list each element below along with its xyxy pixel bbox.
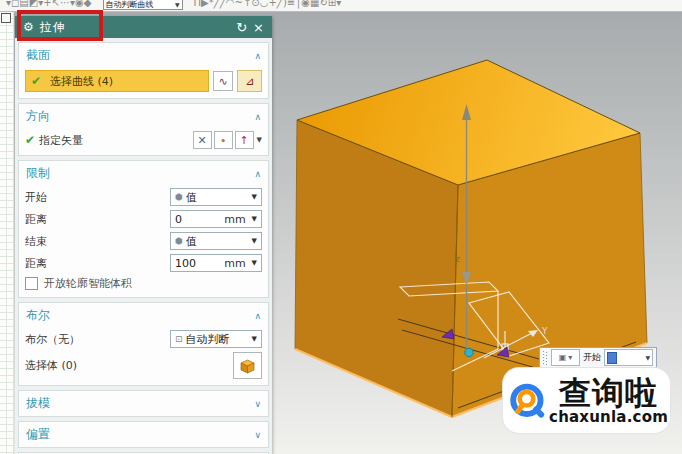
shade-icon[interactable]: ◩ xyxy=(29,0,38,8)
chevron-down-icon: ▼ xyxy=(252,335,257,343)
vector-icon: ↑ xyxy=(240,134,249,147)
reverse-direction-button[interactable]: ✕ xyxy=(193,131,212,149)
finish-icon[interactable]: ▶ xyxy=(201,0,209,8)
origin-sphere-handle[interactable] xyxy=(465,348,474,357)
vector-dialog-button[interactable]: ↑ xyxy=(235,131,254,149)
gear-icon: ⚙ xyxy=(23,20,34,34)
start-option-combo[interactable]: ⬢ 值 ▼ xyxy=(170,188,262,206)
chevron-up-icon[interactable]: ∧ xyxy=(254,51,261,61)
pan-icon[interactable]: + xyxy=(43,0,51,8)
boolean-option-value: 自动判断 xyxy=(186,332,230,347)
open-profile-checkbox[interactable] xyxy=(25,277,38,290)
cube-icon: ⬢ xyxy=(175,236,183,246)
watermark-title: 查询啦 xyxy=(559,377,658,409)
zoom-icon[interactable]: ◉ xyxy=(301,0,310,8)
top-toolbar: ▾◻▤◩▾+↖⋯▾◉◆ 自动判断曲线 ▼ Π▶*╱╱◠~↑⊙◡+╱)≡│◉▦↻⊞… xyxy=(0,0,682,12)
logo-q-tail xyxy=(536,409,541,414)
check-icon: ✔ xyxy=(25,133,35,147)
end-option-value: 值 xyxy=(186,234,197,249)
end-distance-combo[interactable]: 100 mm ▼ xyxy=(170,254,262,272)
chevron-down-icon: ▼ xyxy=(175,0,180,9)
arc-icon[interactable]: ◠ xyxy=(226,0,235,8)
reset-button[interactable]: ↻ xyxy=(236,21,247,34)
dialog-title: 拉伸 xyxy=(40,19,66,36)
curve-type-combo[interactable]: 自动判断曲线 ▼ xyxy=(103,0,183,10)
refresh-icon[interactable]: ↻ xyxy=(319,0,327,8)
grid-icon[interactable]: ⊞ xyxy=(328,0,336,8)
options-button[interactable]: ▣ ▾ xyxy=(551,349,580,366)
offset-group: 偏置 ∨ xyxy=(18,421,269,448)
boolean-option-combo[interactable]: ⊡ 自动判断 ▼ xyxy=(170,330,262,348)
chevron-up-icon[interactable]: ∧ xyxy=(254,112,261,122)
watermark-domain: chaxunla.com xyxy=(549,409,668,425)
trim-icon[interactable]: ≡ xyxy=(287,0,295,8)
boolean-label: 布尔（无） xyxy=(25,332,170,347)
chaxunla-logo xyxy=(508,371,547,431)
draft-group: 拔模 ∨ xyxy=(18,390,269,417)
cube-icon[interactable]: ◆ xyxy=(84,0,92,8)
chevron-up-icon[interactable]: ∧ xyxy=(254,169,261,179)
inferred-icon: ⊡ xyxy=(175,334,183,344)
plus-icon[interactable]: + xyxy=(268,0,276,8)
boolean-group-header[interactable]: 布尔 ∧ xyxy=(25,305,262,326)
chevron-up-icon[interactable]: ∧ xyxy=(254,311,261,321)
sphere-icon[interactable]: ◉ xyxy=(75,0,84,8)
cube-icon: ⬢ xyxy=(175,192,183,202)
section-group: 截面 ∧ ✔ 选择曲线 (4) ∿ ⊿ xyxy=(18,42,269,99)
draft-group-header[interactable]: 拔模 ∨ xyxy=(25,393,262,414)
close-button[interactable]: × xyxy=(253,21,264,34)
dialog-body: 截面 ∧ ✔ 选择曲线 (4) ∿ ⊿ 方向 ∧ xyxy=(15,38,272,454)
sketch-section-button[interactable]: ⊿ xyxy=(237,70,262,92)
curve-rule-button[interactable]: ∿ xyxy=(213,71,233,91)
profile-icon[interactable]: Π xyxy=(194,0,202,8)
orange-cube-icon xyxy=(238,357,257,375)
select-curve-label: 选择曲线 (4) xyxy=(50,74,113,89)
dropdown-arrow-icon[interactable]: ▾ xyxy=(336,0,341,8)
dialog-titlebar[interactable]: ⚙ 拉伸 ↻ × xyxy=(15,16,272,38)
z-axis-label: Z xyxy=(455,256,460,264)
image-icon[interactable]: ▦ xyxy=(310,0,319,8)
specify-vector-label: 指定矢量 xyxy=(39,133,193,148)
section-group-header[interactable]: 截面 ∧ xyxy=(25,45,262,66)
value-mode-icon xyxy=(607,352,617,364)
curve-type-combo-value: 自动判断曲线 xyxy=(106,0,154,9)
offset-group-header[interactable]: 偏置 ∨ xyxy=(25,424,262,445)
onscreen-input-toolbar[interactable]: ▣ ▾ 开始 ▼ xyxy=(539,347,657,368)
select-body-button[interactable] xyxy=(233,352,262,379)
start-distance-combo[interactable]: 0 mm ▼ xyxy=(170,210,262,228)
curve-rule-icon: ∿ xyxy=(218,75,227,88)
chevron-down-icon[interactable]: ∨ xyxy=(254,430,261,440)
limits-group: 限制 ∧ 开始 ⬢ 值 ▼ 距离 0 mm ▼ 结束 xyxy=(18,160,269,298)
part-navigator-icon[interactable] xyxy=(1,13,11,23)
orient-icon[interactable]: ↖ xyxy=(52,0,60,8)
direction-group-header[interactable]: 方向 ∧ xyxy=(25,106,262,127)
chevron-down-icon: ▼ xyxy=(645,354,650,361)
circle-icon[interactable]: ⊙ xyxy=(251,0,259,8)
pattern-icon[interactable]: ▤ xyxy=(19,0,28,8)
open-profile-label: 开放轮廓智能体积 xyxy=(44,276,132,291)
select-curve-field[interactable]: ✔ 选择曲线 (4) xyxy=(25,70,209,92)
start-option-value: 值 xyxy=(186,190,197,205)
options-icon: ▣ xyxy=(559,353,567,362)
limits-group-header[interactable]: 限制 ∧ xyxy=(25,163,262,184)
watermark: 查询啦 chaxunla.com xyxy=(503,368,670,433)
point-dialog-button[interactable]: ∙ xyxy=(214,131,233,149)
chevron-down-icon[interactable]: ▼ xyxy=(257,136,262,144)
start-distance-value: 0 xyxy=(175,213,221,226)
drag-grip[interactable] xyxy=(543,351,548,365)
minibar-start-label: 开始 xyxy=(583,351,601,364)
chevron-down-icon: ▼ xyxy=(252,259,257,267)
start-distance-unit: mm xyxy=(224,213,245,226)
end-option-combo[interactable]: ⬢ 值 ▼ xyxy=(170,232,262,250)
end-distance-unit: mm xyxy=(224,257,245,270)
extrude-dialog: ⚙ 拉伸 ↻ × 截面 ∧ ✔ 选择曲线 (4) ∿ ⊿ xyxy=(15,16,272,454)
end-distance-value: 100 xyxy=(175,257,221,270)
chevron-down-icon[interactable]: ∨ xyxy=(254,399,261,409)
spline-icon[interactable]: ~ xyxy=(235,0,243,8)
select-body-label: 选择体 (0) xyxy=(25,358,229,373)
selection-filter-icon[interactable]: ⋯ xyxy=(60,0,70,8)
start-mode-combo[interactable]: ▼ xyxy=(604,349,653,366)
end-distance-label: 距离 xyxy=(25,256,170,271)
start-label: 开始 xyxy=(25,190,170,205)
chevron-down-icon: ▾ xyxy=(568,353,572,362)
